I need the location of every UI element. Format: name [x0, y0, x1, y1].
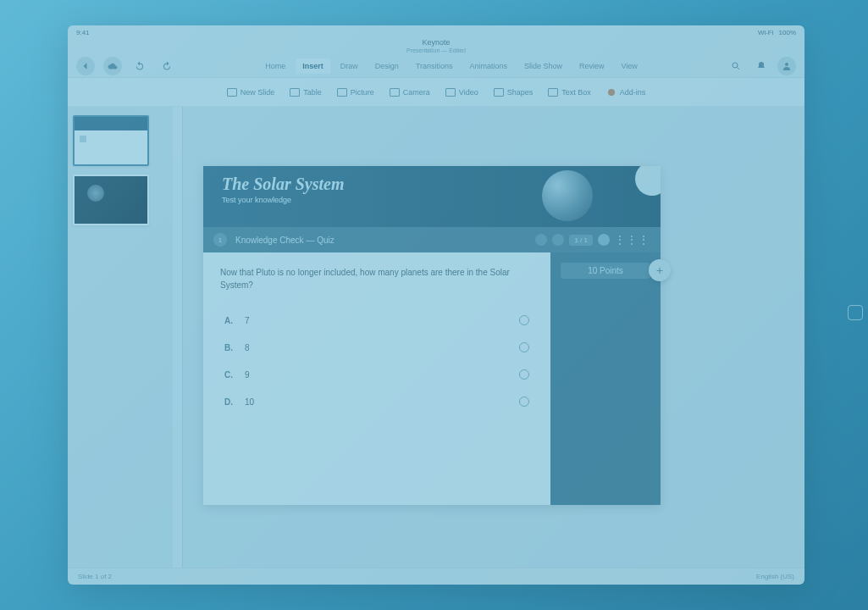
cloud-sync-icon[interactable]: [103, 57, 122, 75]
question-number: 1: [213, 233, 227, 247]
option-a[interactable]: A.7: [220, 307, 534, 334]
insert-picture[interactable]: Picture: [337, 88, 374, 97]
question-bar-title: Knowledge Check — Quiz: [235, 236, 527, 245]
insert-camera[interactable]: Camera: [390, 88, 430, 97]
svg-point-1: [785, 63, 788, 66]
slide-thumbnails: [68, 107, 161, 568]
account-icon[interactable]: [777, 57, 796, 75]
undo-button[interactable]: [130, 57, 149, 75]
status-battery: 100%: [779, 29, 796, 36]
slide-canvas: The Solar System Test your knowledge 1 K…: [161, 107, 804, 568]
insert-toolbar: New Slide Table Picture Camera Video Sha…: [68, 78, 804, 107]
tab-animations[interactable]: Animations: [462, 58, 514, 74]
thumbnail-1[interactable]: [73, 115, 149, 166]
insert-table[interactable]: Table: [290, 88, 322, 97]
quiz-refresh-button[interactable]: [552, 234, 564, 246]
radio-icon: [519, 369, 529, 380]
radio-icon: [519, 315, 529, 325]
insert-textbox[interactable]: Text Box: [548, 88, 591, 97]
tab-review[interactable]: Review: [572, 58, 611, 74]
slide[interactable]: The Solar System Test your knowledge 1 K…: [203, 166, 661, 505]
points-selector[interactable]: 10 Points: [561, 263, 650, 279]
insert-video[interactable]: Video: [445, 88, 478, 97]
device-status-bar: 9:41 Wi-Fi 100%: [68, 25, 804, 39]
tab-transitions[interactable]: Transitions: [409, 58, 460, 74]
planet-graphic: [542, 170, 593, 221]
status-footer: Slide 1 of 2 English (US): [68, 568, 804, 585]
tab-view[interactable]: View: [614, 58, 644, 74]
option-b[interactable]: B.8: [220, 334, 534, 361]
svg-point-0: [733, 63, 738, 68]
insert-new-slide[interactable]: New Slide: [227, 88, 275, 97]
tab-home[interactable]: Home: [258, 58, 292, 74]
tab-insert[interactable]: Insert: [296, 58, 330, 74]
search-icon[interactable]: [727, 57, 745, 75]
tab-design[interactable]: Design: [368, 58, 406, 74]
quiz-settings-button[interactable]: [598, 234, 610, 246]
language-indicator: English (US): [756, 573, 794, 580]
vertical-ruler: [173, 107, 183, 568]
question-toolbar: 1 Knowledge Check — Quiz 1 / 1 ⋮⋮⋮: [203, 227, 661, 252]
redo-button[interactable]: [158, 57, 176, 75]
slide-counter: Slide 1 of 2: [78, 573, 112, 580]
status-network: Wi-Fi: [758, 29, 774, 36]
quiz-duplicate-button[interactable]: [535, 234, 547, 246]
status-time: 9:41: [76, 29, 90, 36]
question-text: Now that Pluto is no longer included, ho…: [220, 266, 534, 291]
tab-draw[interactable]: Draw: [334, 58, 365, 74]
question-sidebar: 10 Points: [550, 252, 661, 505]
option-d[interactable]: D.10: [220, 388, 534, 415]
back-button[interactable]: [76, 57, 95, 75]
quiz-page-indicator: 1 / 1: [569, 235, 593, 246]
radio-icon: [519, 396, 529, 407]
svg-point-2: [608, 89, 615, 96]
slide-header: The Solar System Test your knowledge: [203, 166, 661, 227]
app-title: Keynote: [68, 39, 804, 47]
question-panel: Now that Pluto is no longer included, ho…: [203, 252, 550, 505]
quiz-more-icon[interactable]: ⋮⋮⋮: [615, 234, 650, 246]
document-subtitle: Presentation — Edited: [68, 47, 804, 54]
insert-shapes[interactable]: Shapes: [494, 88, 534, 97]
radio-icon: [519, 342, 529, 352]
option-c[interactable]: C.9: [220, 361, 534, 388]
bell-icon[interactable]: [752, 57, 771, 75]
title-bar: Keynote Presentation — Edited: [68, 39, 804, 54]
add-question-button[interactable]: +: [649, 259, 671, 281]
ribbon-top: Home Insert Draw Design Transitions Anim…: [68, 54, 804, 78]
thumbnail-2[interactable]: [73, 175, 149, 225]
insert-addins[interactable]: Add-ins: [606, 87, 646, 97]
ribbon-tabs: Home Insert Draw Design Transitions Anim…: [185, 58, 718, 74]
tab-slideshow[interactable]: Slide Show: [517, 58, 569, 74]
multitask-handle[interactable]: [848, 305, 863, 320]
